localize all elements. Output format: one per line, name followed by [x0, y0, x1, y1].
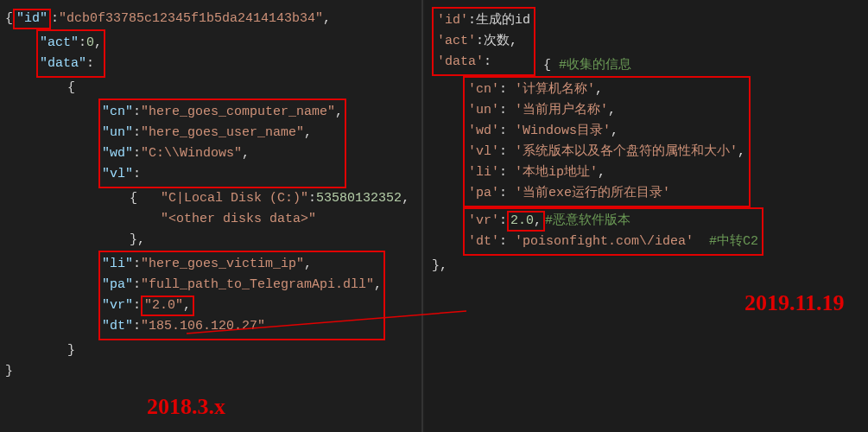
annotation-date-right: 2019.11.19 — [744, 285, 845, 321]
json-val-wd: "C:\\Windows" — [141, 146, 242, 161]
json-key-act: "act" — [40, 35, 79, 50]
json-val-wd: 'Windows目录' — [515, 124, 611, 138]
code-line: 'id':生成的id 'act':次数, 'data': { #收集的信息 — [432, 7, 861, 76]
json-val-li: "here_goes_victim_ip" — [141, 257, 304, 271]
json-val-vr: "2.0" — [144, 298, 183, 313]
json-key-cn: "cn" — [102, 105, 133, 119]
json-val-id: "dcb0f33785c12345f1b5da2414143b34" — [59, 11, 323, 26]
json-val-act: 次数 — [484, 34, 510, 48]
code-line: "<other disks data>" — [5, 209, 416, 230]
code-line: {"id":"dcb0f33785c12345f1b5da2414143b34"… — [5, 9, 416, 29]
code-line: }, — [432, 256, 861, 276]
code-panel-right: 'id':生成的id 'act':次数, 'data': { #收集的信息 'c… — [425, 0, 868, 432]
json-val-pa: '当前exe运行的所在目录' — [515, 186, 670, 200]
json-val-vl: '系统版本以及各个盘符的属性和大小' — [515, 144, 738, 159]
annotation-date-left: 2018.3.x — [147, 389, 225, 425]
json-val-un: '当前用户名称' — [515, 103, 608, 118]
json-key-disk: "C|Local Disk (C:)" — [161, 191, 308, 206]
code-line: "li":"here_goes_victim_ip", "pa":"full_p… — [5, 251, 416, 340]
json-val-un: "here_goes_user_name" — [141, 125, 304, 140]
json-val-dt: 'poisonfight.com\/idea' — [515, 234, 694, 249]
code-line: }, — [5, 230, 416, 251]
code-line: 'vr':2.0,#恶意软件版本 'dt': 'poisonfight.com\… — [432, 207, 861, 256]
json-key-cn: 'cn' — [468, 82, 499, 97]
json-val-vr: 2.0 — [510, 213, 534, 228]
json-key-dt: "dt" — [102, 319, 133, 334]
code-panel-left: {"id":"dcb0f33785c12345f1b5da2414143b34"… — [0, 0, 423, 432]
code-line: { "C|Local Disk (C:)":53580132352, — [5, 188, 416, 209]
json-key-id: "id" — [16, 11, 48, 26]
json-val-cn: "here_goes_computer_name" — [141, 105, 335, 119]
json-key-act: 'act' — [437, 34, 476, 48]
comment: #恶意软件版本 — [545, 213, 630, 228]
comment: #中转C2 — [709, 234, 758, 249]
json-key-data: "data" — [40, 56, 86, 71]
code-line: "cn":"here_goes_computer_name", "un":"he… — [5, 98, 416, 188]
code-line: } — [5, 340, 416, 361]
code-line: { — [5, 78, 416, 98]
json-val-pa: "full_path_to_TelegramApi.dll" — [141, 277, 374, 292]
json-val-disk: 53580132352 — [316, 191, 402, 206]
json-key-pa: "pa" — [102, 277, 133, 292]
json-key-li: 'li' — [468, 165, 499, 180]
json-key-wd: "wd" — [102, 146, 133, 161]
json-val-id: 生成的id — [476, 13, 530, 28]
json-key-vl: "vl" — [102, 167, 133, 181]
comment: #收集的信息 — [559, 58, 631, 73]
json-key-vr: 'vr' — [468, 213, 499, 228]
json-key-pa: 'pa' — [468, 186, 499, 200]
code-line: } — [5, 361, 416, 382]
json-val-act: 0 — [86, 35, 94, 50]
json-key-dt: 'dt' — [468, 234, 499, 249]
json-key-id: 'id' — [437, 13, 468, 28]
json-val-li: '本地ip地址' — [515, 165, 598, 180]
json-val-cn: '计算机名称' — [515, 82, 595, 97]
code-line: "act":0, "data": — [5, 29, 416, 78]
json-key-wd: 'wd' — [468, 124, 499, 138]
json-key-un: "un" — [102, 125, 133, 140]
json-key-vl: 'vl' — [468, 144, 499, 159]
json-key-li: "li" — [102, 257, 133, 271]
code-line: 'cn': '计算机名称', 'un': '当前用户名称', 'wd': 'Wi… — [432, 76, 861, 207]
json-val-dt: "185.106.120.27" — [141, 319, 265, 334]
json-key-un: 'un' — [468, 103, 499, 118]
json-key-data: 'data' — [437, 54, 484, 69]
json-key-vr: "vr" — [102, 298, 133, 313]
json-val-other: "<other disks data>" — [161, 212, 316, 226]
